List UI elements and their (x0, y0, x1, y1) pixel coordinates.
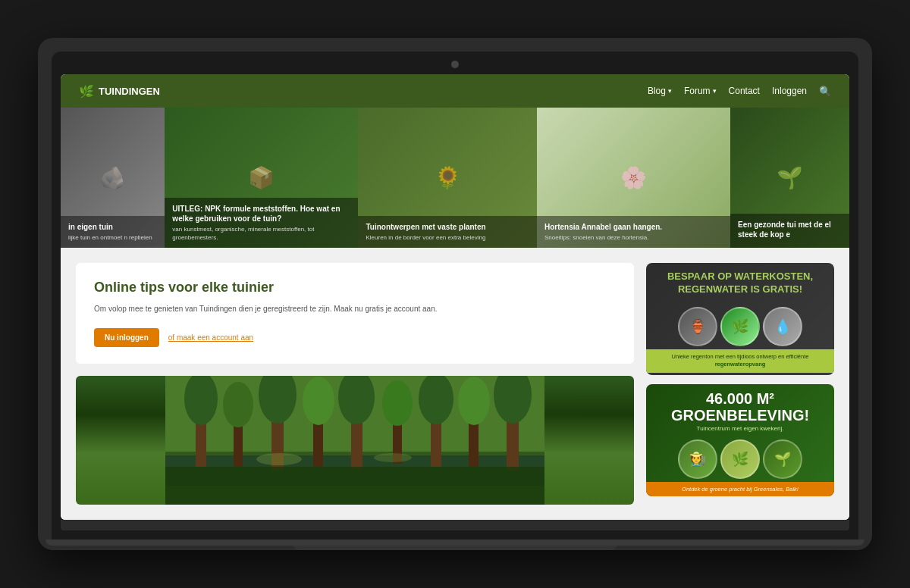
water-ad-images: 🏺 🌿 💧 (646, 304, 834, 349)
hero-slide-3[interactable]: 🌻 Tuinontwerpen met vaste planten Kleure… (358, 108, 536, 248)
slide-5-title: Een gezonde tui met de el steek de kop e (738, 220, 842, 239)
svg-rect-21 (165, 467, 544, 505)
svg-point-6 (223, 382, 253, 427)
tips-card-title: Online tips voor elke tuinier (94, 280, 616, 296)
green-ad-images: 🧑‍🌾 🌿 🌱 (646, 436, 834, 482)
laptop-bottom-bezel (61, 520, 849, 530)
water-ad-title: BESPAAR OP WATERKOSTEN, REGENWATER IS GR… (646, 263, 834, 304)
website: 🌿 TUINDINGEN Blog ▾ Forum ▾ Co (61, 74, 849, 520)
water-ad-image-1: 🏺 (678, 307, 717, 346)
green-ad-subtitle: Tuincentrum met eigen kwekerij. (646, 425, 834, 436)
slide-1-title: in eigen tuin (68, 222, 157, 232)
green-ad-title: 46.000 M² GROENBELEVING! (646, 384, 834, 425)
nav-blog[interactable]: Blog ▾ (648, 86, 672, 96)
tips-card: Online tips voor elke tuinier Om volop m… (76, 263, 634, 364)
laptop-screen: 🌿 TUINDINGEN Blog ▾ Forum ▾ Co (61, 74, 849, 520)
hero-slide-4[interactable]: 🌸 Hortensia Annabel gaan hangen. Snoeiti… (537, 108, 730, 248)
green-ad-footer: Ontdek de groene pracht bij Greensales, … (646, 482, 834, 496)
laptop-container: 🌿 TUINDINGEN Blog ▾ Forum ▾ Co (38, 38, 872, 550)
site-nav: Blog ▾ Forum ▾ Contact Inloggen (648, 86, 831, 97)
main-content: Online tips voor elke tuinier Om volop m… (61, 248, 849, 520)
green-ad-image-1: 🧑‍🌾 (678, 439, 717, 479)
water-ad-footer-strong: regenwateropvang (715, 361, 766, 368)
logo-text: TUINDINGEN (99, 86, 160, 97)
tips-card-actions: Nu inloggen of maak een account aan (94, 328, 616, 347)
svg-point-18 (458, 377, 490, 425)
chevron-down-icon: ▾ (668, 87, 672, 95)
camera-notch (451, 61, 459, 68)
hero-slide-5[interactable]: 🌱 Een gezonde tui met de el steek de kop… (730, 108, 849, 248)
water-ad[interactable]: BESPAAR OP WATERKOSTEN, REGENWATER IS GR… (646, 263, 834, 375)
logo-icon: 🌿 (79, 84, 94, 99)
svg-point-14 (382, 380, 413, 426)
slide-1-subtitle: lijke tuin en ontmoet n reptielen (68, 234, 157, 242)
login-button[interactable]: Nu inloggen (94, 328, 159, 347)
green-ad-image-3: 🌱 (763, 439, 802, 479)
laptop-base (46, 540, 864, 546)
green-ad[interactable]: 46.000 M² GROENBELEVING! Tuincentrum met… (646, 384, 834, 496)
site-header: 🌿 TUINDINGEN Blog ▾ Forum ▾ Co (61, 74, 849, 108)
slide-5-overlay: Een gezonde tui met de el steek de kop e (730, 214, 849, 248)
slide-3-subtitle: Kleuren in de border voor een extra bele… (366, 234, 529, 242)
nav-inloggen[interactable]: Inloggen (772, 86, 807, 96)
laptop-stand (293, 546, 617, 550)
svg-point-22 (256, 453, 302, 465)
water-ad-content: BESPAAR OP WATERKOSTEN, REGENWATER IS GR… (646, 263, 834, 375)
slide-4-subtitle: Snoeitips: snoeien van deze hortensia. (544, 234, 723, 242)
slide-4-overlay: Hortensia Annabel gaan hangen. Snoeitips… (537, 216, 730, 248)
slide-2-overlay: UITLEG: NPK formule meststoffen. Hoe wat… (165, 198, 358, 248)
slide-3-overlay: Tuinontwerpen met vaste planten Kleuren … (358, 216, 536, 248)
slide-4-title: Hortensia Annabel gaan hangen. (544, 222, 723, 232)
forest-svg (76, 376, 634, 505)
site-logo: 🌿 TUINDINGEN (79, 84, 160, 99)
nav-contact[interactable]: Contact (729, 86, 760, 96)
green-ad-image-2: 🌿 (720, 439, 760, 479)
slide-2-title: UITLEG: NPK formule meststoffen. Hoe wat… (172, 204, 350, 224)
slide-3-title: Tuinontwerpen met vaste planten (366, 222, 529, 232)
search-icon[interactable]: 🔍 (819, 86, 831, 97)
svg-point-23 (374, 453, 412, 462)
main-left: Online tips voor elke tuinier Om volop m… (76, 263, 634, 505)
hero-slide-1[interactable]: 🪨 in eigen tuin lijke tuin en ontmoet n … (61, 108, 165, 248)
screen-bezel: 🌿 TUINDINGEN Blog ▾ Forum ▾ Co (52, 52, 858, 540)
svg-point-10 (303, 377, 334, 425)
slide-1-overlay: in eigen tuin lijke tuin en ontmoet n re… (61, 216, 165, 248)
hero-slide-2[interactable]: 📦 UITLEG: NPK formule meststoffen. Hoe w… (165, 108, 358, 248)
main-right: BESPAAR OP WATERKOSTEN, REGENWATER IS GR… (646, 263, 834, 505)
register-link[interactable]: of maak een account aan (168, 333, 253, 342)
tips-card-description: Om volop mee te genieten van Tuindingen … (94, 303, 616, 314)
green-ad-content: 46.000 M² GROENBELEVING! Tuincentrum met… (646, 384, 834, 496)
water-ad-image-3: 💧 (763, 307, 802, 346)
hero-slider: 🪨 in eigen tuin lijke tuin en ontmoet n … (61, 108, 849, 248)
chevron-down-icon: ▾ (713, 87, 717, 95)
water-ad-footer: Unieke regenton met een tijdloos ontwerp… (646, 349, 834, 373)
forest-image (76, 376, 634, 505)
water-ad-image-2: 🌿 (720, 307, 760, 346)
nav-forum[interactable]: Forum ▾ (684, 86, 717, 96)
slide-2-subtitle: van kunstmest, organische, minerale mest… (172, 226, 350, 242)
